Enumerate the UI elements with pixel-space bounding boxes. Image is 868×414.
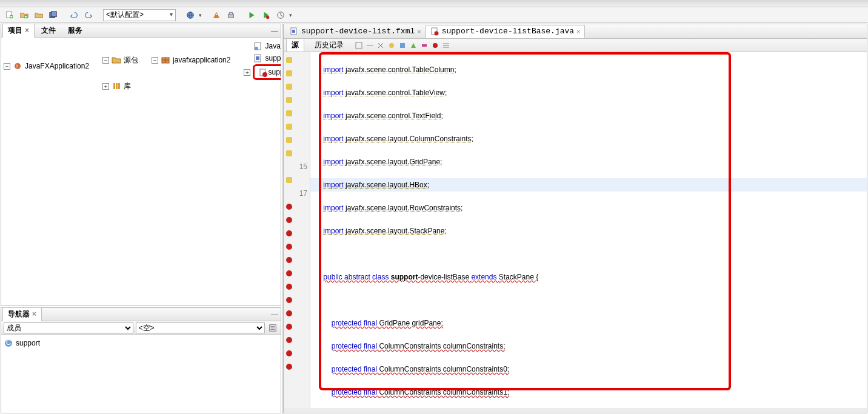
new-file-button[interactable] [4,9,16,21]
subtab-source[interactable]: 源 [286,38,304,52]
svg-point-8 [266,15,269,18]
svg-point-32 [433,43,438,48]
tree-file-java-main[interactable]: JavaFXApplication2.java [265,40,281,52]
tree-file-listbase-highlight[interactable]: support-device-listBase.java [253,64,281,80]
tb-icon[interactable] [398,41,407,50]
profile-button[interactable] [275,9,287,21]
tab-files[interactable]: 文件 [36,24,61,38]
editor-tab-java[interactable]: support-device-listBase.java × [426,25,585,38]
tree-node-package[interactable]: javafxapplication2 [173,54,230,66]
tb-icon[interactable] [430,41,440,50]
svg-point-29 [389,43,394,48]
menu-bar-shadow [0,0,868,7]
clean-build-button[interactable] [225,9,237,21]
run-button[interactable] [245,9,258,21]
empty-select[interactable]: <空> [136,322,265,333]
projects-pane: 项目× 文件 服务 — −JavaFXApplication2 −源包 [1,24,281,306]
build-button[interactable] [210,9,222,21]
svg-point-17 [262,72,267,77]
expand-toggle[interactable]: + [244,69,250,76]
fxml-file-icon [253,53,262,63]
editor-gutter[interactable]: 15 17 [284,52,310,408]
main-toolbar: <默认配置> ▾ ▾ [0,7,868,23]
package-icon [161,55,170,65]
svg-rect-20 [118,83,120,89]
tree-node-project[interactable]: JavaFXApplication2 [25,60,89,72]
navigator-tree[interactable]: Csupport [1,335,281,413]
editor-pane: support-device-list.fxml × support-devic… [283,24,867,413]
expand-toggle[interactable]: + [102,83,109,90]
globe-button[interactable] [184,9,196,21]
tb-icon[interactable] [376,41,386,50]
close-icon[interactable]: × [32,310,36,318]
debug-button[interactable] [260,9,272,21]
svg-point-27 [434,31,438,35]
java-file-icon [253,41,262,51]
undo-button[interactable] [68,9,80,21]
project-tree[interactable]: −JavaFXApplication2 −源包 −javafxapplicati… [1,38,281,305]
svg-rect-15 [256,56,259,60]
expand-toggle[interactable]: − [102,57,109,64]
expand-toggle[interactable]: − [4,63,10,70]
library-icon [112,81,121,91]
tb-icon[interactable] [354,41,364,50]
tb-icon[interactable] [365,41,375,50]
svg-rect-25 [292,30,295,33]
java-error-file-icon [430,27,439,36]
tb-icon[interactable] [387,41,396,50]
tree-node-src[interactable]: 源包 [124,54,138,66]
svg-text:C: C [6,338,12,347]
tab-projects[interactable]: 项目× [2,24,35,38]
close-tab-icon[interactable]: × [576,28,580,35]
svg-rect-31 [422,44,427,47]
tb-icon[interactable] [419,41,429,50]
tab-navigator[interactable]: 导航器× [2,307,42,321]
close-tab-icon[interactable]: × [417,28,421,35]
tab-services[interactable]: 服务 [62,24,88,38]
tree-file-fxml[interactable]: support-device-list.fxml [265,52,281,64]
open-project-button[interactable] [33,9,45,21]
new-project-button[interactable] [18,9,30,21]
filter-icon[interactable] [267,322,278,333]
save-all-button[interactable] [47,9,59,21]
svg-point-13 [255,47,258,50]
run-config-select[interactable]: <默认配置> [103,9,176,21]
tb-icon[interactable] [441,41,451,50]
minimize-icon[interactable]: — [271,310,279,319]
subtab-history[interactable]: 历史记录 [309,38,349,52]
expand-toggle[interactable]: − [152,57,158,64]
tree-node-libs[interactable]: 库 [124,80,131,92]
fxml-file-icon [289,27,299,36]
minimize-icon[interactable]: — [271,27,279,35]
editor-toolbar [354,41,451,50]
class-icon: C [4,338,13,348]
svg-rect-19 [116,83,118,89]
members-select[interactable]: 成员 [4,322,133,333]
tb-icon[interactable] [409,41,418,50]
project-icon [13,61,22,71]
svg-rect-7 [229,14,234,18]
editor-tab-fxml[interactable]: support-device-list.fxml × [285,25,426,38]
navigator-pane: 导航器× — 成员 <空> Csupport [1,307,281,413]
folder-icon [112,55,121,65]
java-error-file-icon [258,68,268,78]
svg-rect-30 [400,43,405,48]
close-icon[interactable]: × [25,26,29,35]
navigator-item[interactable]: support [16,337,40,349]
svg-rect-28 [356,42,362,48]
code-editor[interactable]: import javafx.scene.control.TableColumn;… [310,52,867,408]
redo-button[interactable] [82,9,95,21]
svg-rect-4 [52,11,57,16]
svg-rect-18 [113,83,115,89]
svg-rect-6 [215,15,218,18]
